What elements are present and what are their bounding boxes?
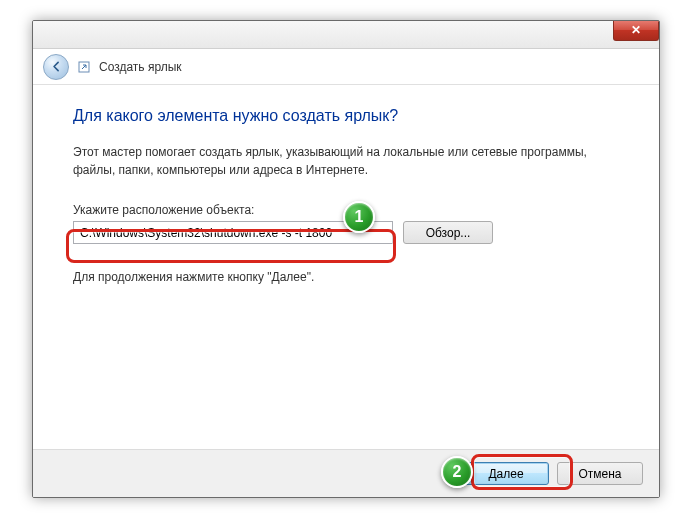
content-area: Для какого элемента нужно создать ярлык?… — [33, 85, 659, 284]
footer: Далее Отмена — [33, 449, 659, 497]
close-button[interactable]: ✕ — [613, 21, 659, 41]
browse-button[interactable]: Обзор... — [403, 221, 493, 244]
location-label: Укажите расположение объекта: — [73, 203, 619, 217]
back-button[interactable] — [43, 54, 69, 80]
location-row: Обзор... — [73, 221, 619, 244]
arrow-left-icon — [50, 60, 63, 73]
continue-hint: Для продолжения нажмите кнопку "Далее". — [73, 270, 619, 284]
cancel-button[interactable]: Отмена — [557, 462, 643, 485]
shortcut-icon — [77, 60, 91, 74]
page-description: Этот мастер помогает создать ярлык, указ… — [73, 143, 619, 179]
location-input[interactable] — [73, 221, 393, 244]
page-heading: Для какого элемента нужно создать ярлык? — [73, 107, 619, 125]
header-title: Создать ярлык — [99, 60, 182, 74]
header-strip: Создать ярлык — [33, 49, 659, 85]
titlebar: ✕ — [33, 21, 659, 49]
next-button[interactable]: Далее — [463, 462, 549, 485]
wizard-window: ✕ Создать ярлык Для какого элемента нужн… — [32, 20, 660, 498]
